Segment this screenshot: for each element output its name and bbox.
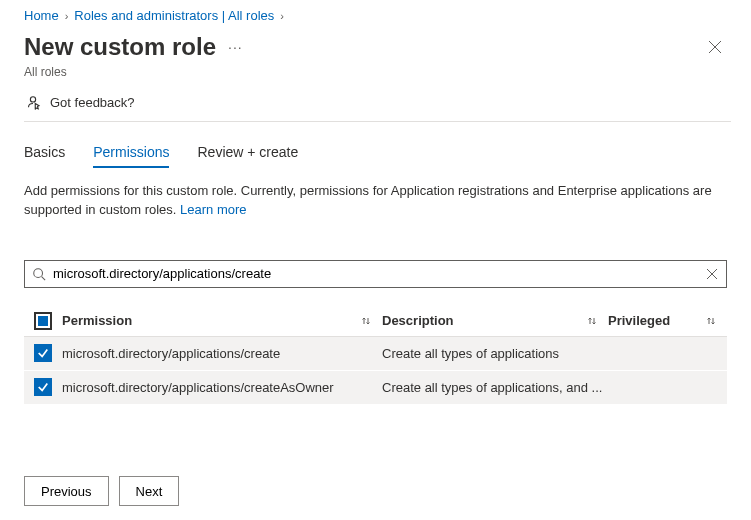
column-header-privileged[interactable]: Privileged bbox=[608, 313, 670, 328]
more-menu-button[interactable]: ··· bbox=[228, 39, 243, 55]
sort-icon[interactable] bbox=[705, 315, 717, 327]
clear-search-icon[interactable] bbox=[705, 267, 719, 281]
row-checkbox[interactable] bbox=[34, 378, 52, 396]
feedback-label: Got feedback? bbox=[50, 95, 135, 110]
divider bbox=[24, 121, 731, 122]
previous-button[interactable]: Previous bbox=[24, 476, 109, 506]
sort-icon[interactable] bbox=[586, 315, 598, 327]
search-icon bbox=[32, 267, 46, 281]
permission-name: microsoft.directory/applications/create bbox=[62, 346, 280, 361]
page-title: New custom role bbox=[24, 33, 216, 61]
search-input[interactable] bbox=[24, 260, 727, 288]
close-icon bbox=[708, 40, 722, 54]
tab-permissions[interactable]: Permissions bbox=[93, 144, 169, 168]
permission-description: Create all types of applications bbox=[382, 346, 559, 361]
next-button[interactable]: Next bbox=[119, 476, 180, 506]
breadcrumb-home[interactable]: Home bbox=[24, 8, 59, 23]
checkmark-icon bbox=[37, 347, 49, 359]
select-all-checkbox[interactable] bbox=[34, 312, 52, 330]
checkmark-icon bbox=[37, 381, 49, 393]
feedback-link[interactable]: Got feedback? bbox=[0, 79, 751, 121]
sort-icon[interactable] bbox=[360, 315, 372, 327]
tab-review[interactable]: Review + create bbox=[197, 144, 298, 168]
breadcrumb: Home › Roles and administrators | All ro… bbox=[0, 0, 751, 25]
chevron-right-icon: › bbox=[65, 10, 69, 22]
column-header-description[interactable]: Description bbox=[382, 313, 454, 328]
description: Add permissions for this custom role. Cu… bbox=[24, 182, 727, 220]
svg-line-1 bbox=[42, 276, 46, 280]
permission-description: Create all types of applications, and ..… bbox=[382, 380, 602, 395]
description-text: Add permissions for this custom role. Cu… bbox=[24, 183, 712, 217]
svg-point-0 bbox=[34, 268, 43, 277]
tabs: Basics Permissions Review + create bbox=[24, 144, 727, 168]
table-row[interactable]: microsoft.directory/applications/createA… bbox=[24, 371, 727, 405]
page-subtitle: All roles bbox=[0, 63, 751, 79]
column-header-permission[interactable]: Permission bbox=[62, 313, 132, 328]
indeterminate-icon bbox=[38, 316, 48, 326]
table-header: Permission Description Privileged bbox=[24, 306, 727, 337]
row-checkbox[interactable] bbox=[34, 344, 52, 362]
learn-more-link[interactable]: Learn more bbox=[180, 202, 246, 217]
permission-name: microsoft.directory/applications/createA… bbox=[62, 380, 334, 395]
feedback-icon bbox=[24, 93, 42, 111]
breadcrumb-section[interactable]: Roles and administrators | All roles bbox=[74, 8, 274, 23]
tab-basics[interactable]: Basics bbox=[24, 144, 65, 168]
close-button[interactable] bbox=[699, 31, 731, 63]
table-row[interactable]: microsoft.directory/applications/create … bbox=[24, 337, 727, 371]
chevron-right-icon: › bbox=[280, 10, 284, 22]
